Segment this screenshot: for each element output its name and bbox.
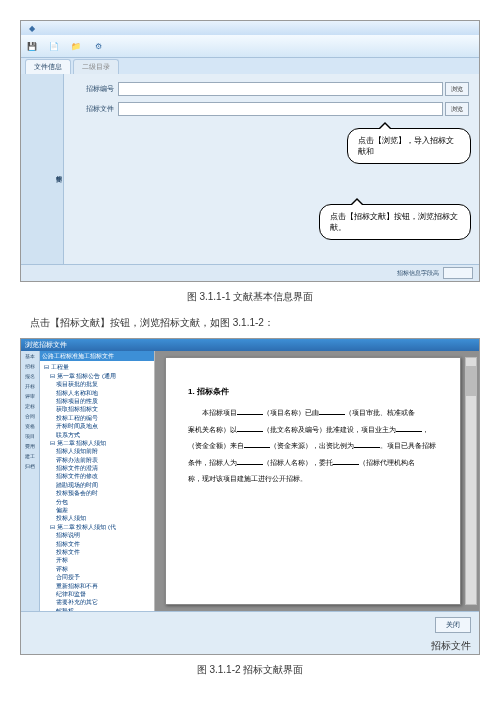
rail-item[interactable]: 归档 bbox=[21, 463, 39, 469]
tree-node[interactable]: 联系方式 bbox=[44, 431, 152, 439]
close-button[interactable]: 关闭 bbox=[435, 617, 471, 633]
tree-node[interactable]: 招标文件的澄清 bbox=[44, 464, 152, 472]
doc-line-1: 本招标项目（项目名称）已由（项目审批、核准或备 bbox=[188, 407, 438, 420]
browse-button-1[interactable]: 浏览 bbox=[445, 82, 469, 96]
next-button[interactable] bbox=[443, 267, 473, 279]
input-bid-no[interactable] bbox=[118, 82, 443, 96]
screenshot-bid-doc: 浏览招标文件 基本招标报名开标评审定标合同资格项目费用建工归档 公路工程标准施工… bbox=[20, 338, 480, 655]
rail-item[interactable]: 费用 bbox=[21, 443, 39, 449]
rail-item[interactable]: 合同 bbox=[21, 413, 39, 419]
rail-item[interactable]: 招标 bbox=[21, 363, 39, 369]
dialog-footer-2: 招标文件 bbox=[21, 638, 479, 654]
left-sidebar: 招标文件 bbox=[21, 74, 64, 264]
doc-page: 1. 招标条件 本招标项目（项目名称）已由（项目审批、核准或备 案机关名称）以（… bbox=[165, 357, 461, 605]
tree-header: 公路工程标准施工招标文件 bbox=[40, 351, 154, 361]
tree-node[interactable]: 重新招标和不再 bbox=[44, 582, 152, 590]
tree-node[interactable]: ⊟ 第二章 招标人须知 bbox=[44, 439, 152, 447]
bid-file-button[interactable]: 招标文件 bbox=[431, 639, 471, 653]
nav-rail: 基本招标报名开标评审定标合同资格项目费用建工归档 bbox=[21, 351, 40, 611]
input-bid-file[interactable] bbox=[118, 102, 443, 116]
tree-node[interactable]: 招标项目的性质 bbox=[44, 397, 152, 405]
tree-node[interactable]: 招标文件 bbox=[44, 540, 152, 548]
rail-item[interactable]: 基本 bbox=[21, 353, 39, 359]
tab-bar: 文件信息 二级目录 bbox=[21, 58, 479, 74]
tree-node[interactable]: 招标人须知前附 bbox=[44, 447, 152, 455]
tree-node[interactable]: 需要补充的其它 bbox=[44, 598, 152, 606]
rail-item[interactable]: 项目 bbox=[21, 433, 39, 439]
tree-node[interactable]: 分包 bbox=[44, 498, 152, 506]
rail-item[interactable]: 建工 bbox=[21, 453, 39, 459]
save-icon[interactable]: 💾 bbox=[25, 39, 39, 53]
tree-node[interactable]: 开标 bbox=[44, 556, 152, 564]
tab-file-info[interactable]: 文件信息 bbox=[25, 59, 71, 74]
tree-node[interactable]: 合同授予 bbox=[44, 573, 152, 581]
label-bid-no: 招标编号 bbox=[74, 84, 118, 94]
rail-item[interactable]: 评审 bbox=[21, 393, 39, 399]
doc-line-2: 案机关名称）以（批文名称及编号）批准建设，项目业主为， bbox=[188, 424, 438, 437]
tree-node[interactable]: 踏勘现场的时间 bbox=[44, 481, 152, 489]
toolbar: 💾 📄 📁 ⚙ bbox=[21, 35, 479, 58]
tree-node[interactable]: 投标预备会的时 bbox=[44, 489, 152, 497]
form-area: 招标编号 浏览 招标文件 浏览 点击【浏览】，导入招标文献和 点击【招标文献】按… bbox=[64, 74, 479, 264]
tree-node[interactable]: 获取招标招标文 bbox=[44, 405, 152, 413]
dialog-titlebar: 浏览招标文件 bbox=[21, 339, 479, 351]
tree-node[interactable]: ⊟ 第二章 投标人须知 (代 bbox=[44, 523, 152, 531]
tree-node[interactable]: 招标文件的修改 bbox=[44, 472, 152, 480]
tree-node[interactable]: 解释权 bbox=[44, 607, 152, 611]
tree-node[interactable]: 项目获批的批复 bbox=[44, 380, 152, 388]
footer-bar: 招标信息字段高 bbox=[21, 264, 479, 281]
folder-icon[interactable]: 📁 bbox=[69, 39, 83, 53]
tree-node[interactable]: 偏差 bbox=[44, 506, 152, 514]
doc-viewport: 1. 招标条件 本招标项目（项目名称）已由（项目审批、核准或备 案机关名称）以（… bbox=[155, 351, 479, 611]
dialog-footer: 关闭 bbox=[21, 611, 479, 638]
doc-line-4: 条件，招标人为（招标人名称），委托（招标代理机构名 bbox=[188, 457, 438, 470]
doc-line-3: （资金金额）来自（资金来源），出资比例为。项目已具备招标 bbox=[188, 440, 438, 453]
doc-icon[interactable]: 📄 bbox=[47, 39, 61, 53]
tree-node[interactable]: 纪律和监督 bbox=[44, 590, 152, 598]
paragraph-1: 点击【招标文献】按钮，浏览招标文献，如图 3.1.1-2： bbox=[30, 316, 480, 330]
tab-second-dir[interactable]: 二级目录 bbox=[73, 59, 119, 74]
tree-node[interactable]: ⊟ 第一章 招标公告 (通用 bbox=[44, 372, 152, 380]
tree-node[interactable]: 招标说明 bbox=[44, 531, 152, 539]
tree-node[interactable]: 招标人名称和地 bbox=[44, 389, 152, 397]
gear-icon[interactable]: ⚙ bbox=[91, 39, 105, 53]
doc-line-5: 称，现对该项目建施工进行公开招标。 bbox=[188, 473, 438, 486]
dialog-title: 浏览招标文件 bbox=[25, 340, 67, 350]
scroll-thumb[interactable] bbox=[466, 366, 476, 396]
tree-node[interactable]: 评标办法前附表 bbox=[44, 456, 152, 464]
rail-item[interactable]: 开标 bbox=[21, 383, 39, 389]
rail-item[interactable]: 报名 bbox=[21, 373, 39, 379]
callout-browse: 点击【浏览】，导入招标文献和 bbox=[347, 128, 471, 164]
tree-node[interactable]: 开标时间及地点 bbox=[44, 422, 152, 430]
app-icon: ◆ bbox=[25, 21, 39, 35]
doc-heading: 1. 招标条件 bbox=[188, 386, 438, 397]
tree-node[interactable]: ⊟ 工程量 bbox=[44, 363, 152, 371]
figure-caption-1: 图 3.1.1-1 文献基本信息界面 bbox=[20, 290, 480, 304]
label-bid-file: 招标文件 bbox=[74, 104, 118, 114]
browse-button-2[interactable]: 浏览 bbox=[445, 102, 469, 116]
callout-bid-doc: 点击【招标文献】按钮，浏览招标文献。 bbox=[319, 204, 471, 240]
footer-label: 招标信息字段高 bbox=[397, 269, 439, 278]
doc-tree[interactable]: 公路工程标准施工招标文件 ⊟ 工程量⊟ 第一章 招标公告 (通用项目获批的批复招… bbox=[40, 351, 155, 611]
tree-node[interactable]: 评标 bbox=[44, 565, 152, 573]
tree-node[interactable]: 投标工程的编号 bbox=[44, 414, 152, 422]
rail-item[interactable]: 资格 bbox=[21, 423, 39, 429]
window-titlebar: ◆ bbox=[21, 21, 479, 35]
scrollbar[interactable] bbox=[465, 357, 477, 605]
tree-node[interactable]: 投标人须知 bbox=[44, 514, 152, 522]
screenshot-basic-info: ◆ 💾 📄 📁 ⚙ 文件信息 二级目录 招标文件 招标编号 浏览 招标文件 浏览… bbox=[20, 20, 480, 282]
tree-node[interactable]: 投标文件 bbox=[44, 548, 152, 556]
rail-item[interactable]: 定标 bbox=[21, 403, 39, 409]
figure-caption-2: 图 3.1.1-2 招标文献界面 bbox=[20, 663, 480, 677]
